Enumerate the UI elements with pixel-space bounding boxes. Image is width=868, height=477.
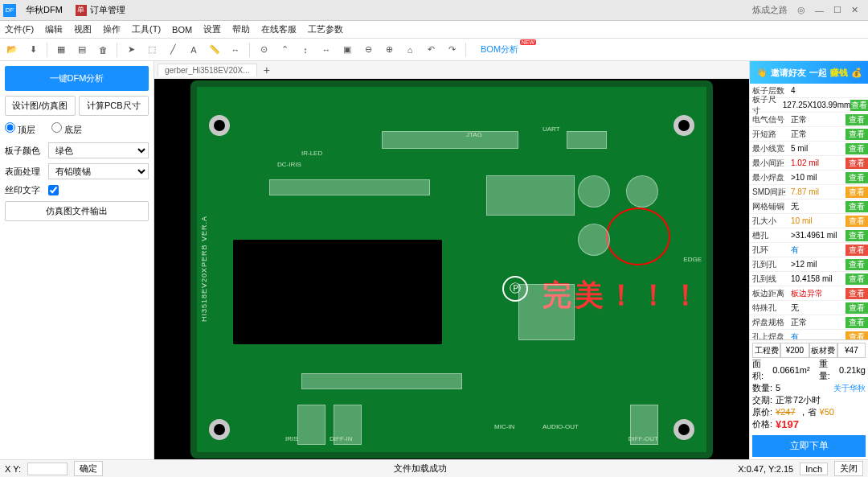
- param-key: 最小间距: [750, 158, 788, 169]
- connector-icon: [297, 405, 326, 445]
- menu-settings[interactable]: 设置: [203, 23, 221, 35]
- view-button[interactable]: 查看: [845, 302, 868, 314]
- error-highlight-circle: [606, 208, 670, 265]
- layer-icon[interactable]: ▦: [54, 43, 68, 57]
- view-button[interactable]: 查看: [845, 230, 868, 241]
- param-row: 焊盘规格正常查看: [750, 315, 868, 330]
- redo-icon[interactable]: ↷: [444, 43, 459, 57]
- toolbar: 📂 ⬇ ▦ ▤ 🗑 ➤ ⬚ ╱ A 📏 ↔ ⊙ ⌃ ↕ ↔ ▣ ⊖ ⊕ ⌂ ↶ …: [0, 39, 868, 61]
- param-value: >10 mil: [788, 173, 845, 182]
- app-title[interactable]: 华秋DFM: [19, 1, 69, 20]
- surface-select[interactable]: 有铅喷锡: [48, 163, 149, 179]
- maximize-icon[interactable]: ☐: [833, 5, 841, 15]
- menu-bom[interactable]: BOM: [172, 25, 192, 35]
- view-button[interactable]: 查看: [845, 259, 868, 270]
- param-value: 10 mil: [788, 216, 845, 225]
- top-layer-radio[interactable]: 顶层: [5, 122, 35, 136]
- silk-label: AUDIO-OUT: [542, 423, 579, 430]
- dfm-analyze-button[interactable]: 一键DFM分析: [5, 66, 149, 91]
- add-tab-icon[interactable]: +: [260, 64, 273, 76]
- file-tab[interactable]: gerber_Hi3518EV20X...: [158, 64, 257, 76]
- m2-icon[interactable]: ↔: [228, 43, 243, 57]
- param-value: 正常: [788, 317, 845, 328]
- fit-icon[interactable]: ▣: [340, 43, 354, 57]
- zoomin-icon[interactable]: ⊕: [382, 43, 396, 57]
- view-button[interactable]: 查看: [845, 143, 868, 154]
- export-sim-button[interactable]: 仿真图文件输出: [5, 201, 149, 221]
- view-button[interactable]: 查看: [845, 172, 868, 183]
- minimize-icon[interactable]: —: [815, 6, 824, 15]
- order-button[interactable]: 立即下单: [752, 435, 866, 457]
- menu-file[interactable]: 文件(F): [5, 23, 34, 35]
- view-button[interactable]: 查看: [845, 317, 868, 328]
- text-icon[interactable]: A: [186, 43, 201, 57]
- xy-ok-button[interactable]: 确定: [74, 461, 103, 476]
- line-icon[interactable]: ╱: [166, 43, 180, 57]
- xy-input[interactable]: [27, 463, 68, 475]
- select-icon[interactable]: ⬚: [145, 43, 159, 57]
- color-select[interactable]: 绿色: [48, 142, 149, 158]
- view-button[interactable]: 查看: [845, 331, 868, 340]
- lr-icon[interactable]: ↔: [319, 43, 334, 57]
- menu-process[interactable]: 工艺参数: [308, 23, 343, 35]
- param-value: 无: [788, 201, 845, 212]
- param-key: 网格铺铜: [750, 201, 788, 212]
- view-button[interactable]: 查看: [845, 129, 868, 140]
- silk-checkbox[interactable]: [48, 185, 59, 195]
- menu-tool[interactable]: 工具(T): [132, 23, 161, 35]
- view-button[interactable]: 查看: [845, 273, 868, 285]
- view-button[interactable]: 查看: [845, 158, 868, 169]
- tab-order-mgmt[interactable]: 单订单管理: [69, 1, 132, 20]
- zoomout-icon[interactable]: ⊖: [361, 43, 375, 57]
- menu-op[interactable]: 操作: [103, 23, 121, 35]
- m1-icon[interactable]: 📏: [207, 43, 222, 57]
- close-button[interactable]: 关闭: [834, 461, 863, 476]
- view-button[interactable]: 查看: [845, 288, 868, 299]
- view-button[interactable]: 查看: [845, 201, 868, 212]
- hole-icon[interactable]: ⊙: [256, 43, 271, 57]
- cap-icon: [578, 224, 610, 256]
- view-button[interactable]: 查看: [845, 216, 868, 227]
- view-button[interactable]: 查看: [845, 245, 868, 256]
- view-button[interactable]: 查看: [845, 187, 868, 198]
- home-icon[interactable]: ⌂: [403, 43, 417, 57]
- bom-analyze-button[interactable]: BOM分析: [473, 42, 526, 57]
- cursor-icon[interactable]: ➤: [124, 43, 138, 57]
- param-value: 4: [788, 86, 868, 95]
- user-icon[interactable]: ◎: [797, 5, 805, 15]
- param-key: 特殊孔: [750, 302, 788, 314]
- mount-hole-icon: [674, 419, 694, 440]
- undo-icon[interactable]: ↶: [424, 43, 438, 57]
- silk-label: DIFF-OUT: [628, 435, 658, 442]
- silk-label: IRIS: [285, 435, 298, 442]
- menu-view[interactable]: 视图: [74, 23, 92, 35]
- param-list: 板子层数4板子尺寸127.25X103.99mm查看电气信号正常查看开短路正常查…: [750, 84, 868, 339]
- about-link[interactable]: 关于华秋: [833, 382, 866, 394]
- param-row: 孔环有查看: [750, 243, 868, 257]
- bottom-layer-radio[interactable]: 底层: [51, 122, 82, 136]
- layer2-icon[interactable]: ▤: [75, 43, 89, 57]
- close-icon[interactable]: ✕: [851, 5, 858, 15]
- connector-icon: [382, 131, 518, 149]
- trash-icon[interactable]: 🗑: [96, 43, 110, 57]
- open-icon[interactable]: 📂: [5, 43, 19, 57]
- menu-help[interactable]: 帮助: [232, 23, 250, 35]
- move-icon[interactable]: ↕: [298, 43, 313, 57]
- calc-size-button[interactable]: 计算PCB尺寸: [79, 96, 149, 116]
- invite-banner[interactable]: 👋邀请好友一起赚钱💰: [750, 61, 868, 84]
- download-icon[interactable]: ⬇: [26, 43, 40, 57]
- param-row: 孔上焊盘有查看: [750, 330, 868, 339]
- up-icon[interactable]: ⌃: [277, 43, 292, 57]
- menu-edit[interactable]: 编辑: [45, 23, 63, 35]
- view-button[interactable]: 查看: [845, 114, 868, 125]
- connector-icon: [301, 373, 462, 389]
- menu-support[interactable]: 在线客服: [261, 23, 297, 35]
- unit-button[interactable]: Inch: [800, 463, 828, 475]
- view-button[interactable]: 查看: [850, 100, 868, 111]
- design-sim-button[interactable]: 设计图/仿真图: [5, 96, 76, 116]
- param-value: 无: [788, 302, 845, 314]
- pcb-viewport[interactable]: HI3518EV20XPERB VER.A Ⓟ 完美！！！ JTAG UART: [154, 79, 749, 459]
- param-row: 最小间距1.02 mil查看: [750, 156, 868, 171]
- param-key: 孔到孔: [750, 259, 788, 270]
- param-key: 孔环: [750, 245, 788, 256]
